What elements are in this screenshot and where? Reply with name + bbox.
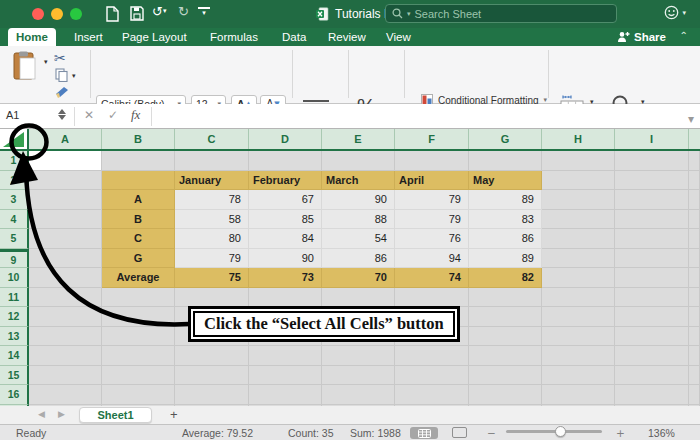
cell-E10[interactable]: 70 bbox=[322, 268, 395, 288]
cell-D5[interactable]: 84 bbox=[249, 229, 322, 249]
cell-F14[interactable] bbox=[395, 346, 469, 366]
confirm-entry-icon[interactable]: ✓ bbox=[108, 108, 118, 122]
cell-H15[interactable] bbox=[542, 366, 615, 386]
tab-review[interactable]: Review bbox=[320, 28, 374, 46]
row-header-1[interactable]: 1 bbox=[0, 151, 29, 171]
cell-A3[interactable] bbox=[29, 190, 102, 210]
cell-D15[interactable] bbox=[249, 366, 322, 386]
name-box-stepper[interactable] bbox=[58, 109, 66, 120]
zoom-window-button[interactable] bbox=[70, 8, 82, 20]
select-all-cells-button[interactable] bbox=[0, 129, 29, 149]
cell-G13[interactable] bbox=[469, 327, 542, 347]
cell-D10[interactable]: 73 bbox=[249, 268, 322, 288]
cell-H16[interactable] bbox=[542, 385, 615, 405]
undo-icon[interactable]: ↺▾ bbox=[152, 4, 166, 19]
cell-D16[interactable] bbox=[249, 385, 322, 405]
paste-button[interactable] bbox=[12, 51, 38, 81]
cell-G14[interactable] bbox=[469, 346, 542, 366]
row-header-14[interactable]: 14 bbox=[0, 346, 29, 366]
cell-H1[interactable] bbox=[542, 151, 615, 171]
feedback-smiley-icon[interactable]: ▾ bbox=[664, 5, 686, 20]
cell-E4[interactable]: 88 bbox=[322, 210, 395, 230]
cell-C10[interactable]: 75 bbox=[175, 268, 249, 288]
row-header-11[interactable]: 11 bbox=[0, 288, 29, 308]
cell-I4[interactable] bbox=[615, 210, 689, 230]
cell-D14[interactable] bbox=[249, 346, 322, 366]
cell-B5[interactable]: C bbox=[102, 229, 175, 249]
cell-G5[interactable]: 86 bbox=[469, 229, 542, 249]
cell-E9[interactable]: 86 bbox=[322, 249, 395, 269]
row-header-9[interactable]: 9 bbox=[0, 249, 29, 269]
cell-H9[interactable] bbox=[542, 249, 615, 269]
sheet-tab-sheet1[interactable]: Sheet1 bbox=[79, 407, 152, 423]
cell-F4[interactable]: 79 bbox=[395, 210, 469, 230]
cell-B3[interactable]: A bbox=[102, 190, 175, 210]
cell-A13[interactable] bbox=[29, 327, 102, 347]
cell-I13[interactable] bbox=[615, 327, 689, 347]
paste-dropdown-icon[interactable]: ▾ bbox=[44, 58, 48, 66]
cell-G16[interactable] bbox=[469, 385, 542, 405]
cell-E15[interactable] bbox=[322, 366, 395, 386]
cell-C3[interactable]: 78 bbox=[175, 190, 249, 210]
row-header-13[interactable]: 13 bbox=[0, 327, 29, 347]
cell-G2[interactable]: May bbox=[469, 171, 542, 191]
cell-H11[interactable] bbox=[542, 288, 615, 308]
close-window-button[interactable] bbox=[32, 8, 44, 20]
cell-B4[interactable]: B bbox=[102, 210, 175, 230]
cell-G11[interactable] bbox=[469, 288, 542, 308]
cell-H13[interactable] bbox=[542, 327, 615, 347]
cell-I16[interactable] bbox=[615, 385, 689, 405]
tab-view[interactable]: View bbox=[378, 28, 419, 46]
cell-H5[interactable] bbox=[542, 229, 615, 249]
cell-D9[interactable]: 90 bbox=[249, 249, 322, 269]
cell-E1[interactable] bbox=[322, 151, 395, 171]
cell-A2[interactable] bbox=[29, 171, 102, 191]
cell-G12[interactable] bbox=[469, 307, 542, 327]
cell-A11[interactable] bbox=[29, 288, 102, 308]
cell-G3[interactable]: 89 bbox=[469, 190, 542, 210]
save-icon[interactable] bbox=[130, 6, 144, 21]
cell-B14[interactable] bbox=[102, 346, 175, 366]
cell-A5[interactable] bbox=[29, 229, 102, 249]
search-input[interactable]: ▾ Search Sheet bbox=[385, 4, 617, 23]
cell-C5[interactable]: 80 bbox=[175, 229, 249, 249]
cell-F16[interactable] bbox=[395, 385, 469, 405]
column-header-G[interactable]: G bbox=[469, 129, 542, 149]
cell-D3[interactable]: 67 bbox=[249, 190, 322, 210]
cell-E2[interactable]: March bbox=[322, 171, 395, 191]
cut-icon[interactable]: ✂ bbox=[54, 50, 66, 66]
cell-F9[interactable]: 94 bbox=[395, 249, 469, 269]
cell-E14[interactable] bbox=[322, 346, 395, 366]
cell-E3[interactable]: 90 bbox=[322, 190, 395, 210]
column-header-E[interactable]: E bbox=[322, 129, 395, 149]
normal-view-button[interactable] bbox=[410, 427, 438, 439]
cell-C14[interactable] bbox=[175, 346, 249, 366]
cell-D4[interactable]: 85 bbox=[249, 210, 322, 230]
cell-I15[interactable] bbox=[615, 366, 689, 386]
cell-C2[interactable]: January bbox=[175, 171, 249, 191]
cell-I1[interactable] bbox=[615, 151, 689, 171]
cell-B1[interactable] bbox=[102, 151, 175, 171]
cell-F15[interactable] bbox=[395, 366, 469, 386]
cell-D1[interactable] bbox=[249, 151, 322, 171]
cell-I11[interactable] bbox=[615, 288, 689, 308]
tab-home[interactable]: Home bbox=[8, 28, 56, 46]
cell-D2[interactable]: February bbox=[249, 171, 322, 191]
page-layout-view-button[interactable] bbox=[452, 427, 467, 438]
name-box[interactable]: A1 bbox=[6, 109, 19, 121]
cell-A14[interactable] bbox=[29, 346, 102, 366]
cell-G1[interactable] bbox=[469, 151, 542, 171]
cell-B10[interactable]: Average bbox=[102, 268, 175, 288]
cell-I5[interactable] bbox=[615, 229, 689, 249]
copy-dropdown-icon[interactable]: ▾ bbox=[72, 72, 76, 80]
row-header-15[interactable]: 15 bbox=[0, 366, 29, 386]
share-button[interactable]: Share bbox=[617, 28, 666, 46]
cell-B2[interactable] bbox=[102, 171, 175, 191]
cell-C4[interactable]: 58 bbox=[175, 210, 249, 230]
redo-icon[interactable]: ↻ bbox=[178, 4, 189, 19]
row-header-4[interactable]: 4 bbox=[0, 210, 29, 230]
format-painter-icon[interactable] bbox=[55, 86, 69, 99]
copy-icon[interactable] bbox=[55, 68, 68, 82]
zoom-slider-track[interactable] bbox=[506, 430, 602, 433]
column-header-B[interactable]: B bbox=[102, 129, 175, 149]
